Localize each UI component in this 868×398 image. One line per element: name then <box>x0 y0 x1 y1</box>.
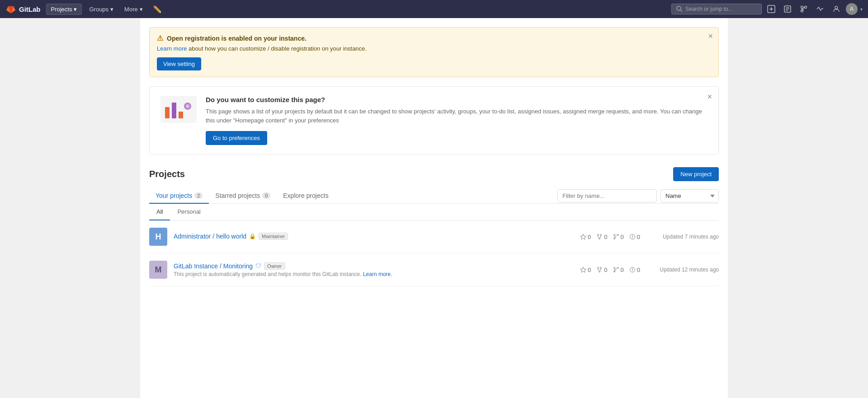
warning-banner-close-button[interactable]: × <box>708 32 713 40</box>
svg-point-9 <box>801 6 803 9</box>
plus-square-icon <box>767 5 775 13</box>
project-name-monitoring: GitLab Instance / Monitoring 🛡 Owner <box>174 262 574 270</box>
go-to-preferences-button[interactable]: Go to preferences <box>206 131 267 145</box>
svg-point-38 <box>613 267 615 269</box>
groups-nav-label: Groups <box>89 6 108 13</box>
starred-projects-tab-label: Starred projects <box>215 192 260 199</box>
project-stats-monitoring: 0 0 0 0 <box>580 267 640 273</box>
project-updated-monitoring: Updated 12 minutes ago <box>646 267 719 273</box>
learn-more-monitoring-link[interactable]: Learn more <box>363 271 391 277</box>
issues-icon-monitoring <box>629 267 636 273</box>
stars-stat-monitoring: 0 <box>580 267 591 273</box>
projects-section-title: Projects <box>149 169 185 179</box>
merge-requests-icon-button[interactable] <box>797 3 811 15</box>
project-desc-monitoring: This project is automatically generated … <box>174 271 574 277</box>
project-avatar-hello-world: H <box>149 228 167 246</box>
project-link-hello-world[interactable]: Administrator / hello world <box>174 233 246 240</box>
maintainer-badge: Maintainer <box>259 233 288 240</box>
warning-banner-text: Open registration is enabled on your ins… <box>167 35 307 42</box>
svg-point-34 <box>600 267 602 269</box>
more-chevron-icon: ▾ <box>140 6 143 13</box>
activity-icon <box>816 5 824 13</box>
search-placeholder: Search or jump to... <box>685 6 733 12</box>
navbar: GitLab Projects ▾ Groups ▾ More ▾ ✏️ Sea… <box>0 0 868 18</box>
tab-your-projects[interactable]: Your projects 2 <box>149 188 209 204</box>
warning-banner-body: Learn more about how you can customize /… <box>157 45 711 52</box>
owner-badge: Owner <box>264 262 285 270</box>
projects-sub-tabs: All Personal <box>149 204 719 220</box>
tab-starred-projects[interactable]: Starred projects 0 <box>209 188 277 204</box>
learn-more-link[interactable]: Learn more <box>157 45 187 52</box>
merge-request-icon <box>613 234 619 240</box>
customize-card-title: Do you want to customize this page? <box>206 96 708 103</box>
main-content: ⚠ Open registration is enabled on your i… <box>140 18 728 398</box>
groups-nav-button[interactable]: Groups ▾ <box>85 4 117 14</box>
chart-illustration-icon <box>163 98 194 121</box>
projects-section-header: Projects New project <box>149 167 719 181</box>
your-projects-tab-label: Your projects <box>156 192 192 199</box>
issues-icon-button[interactable] <box>781 3 794 15</box>
search-bar[interactable]: Search or jump to... <box>671 4 762 14</box>
tab-explore-projects[interactable]: Explore projects <box>277 188 335 204</box>
svg-rect-14 <box>165 107 170 118</box>
issues-stat-monitoring: 0 <box>629 267 640 273</box>
new-item-icon-button[interactable] <box>764 3 778 15</box>
svg-point-18 <box>186 104 189 108</box>
project-list: H Administrator / hello world 🔒 Maintain… <box>149 220 719 286</box>
mr-stat-monitoring: 0 <box>613 267 624 273</box>
dock-icon <box>783 5 792 13</box>
more-nav-button[interactable]: More ▾ <box>121 4 146 14</box>
star-icon <box>580 234 586 240</box>
new-project-button[interactable]: New project <box>673 167 719 181</box>
issues-stat: 0 <box>629 234 640 240</box>
customize-card-text: This page shows a list of your projects … <box>206 107 708 125</box>
forks-stat: 0 <box>596 234 607 240</box>
project-link-monitoring[interactable]: GitLab Instance / Monitoring <box>174 262 253 270</box>
brand-name: GitLab <box>19 5 41 13</box>
sub-tab-personal[interactable]: Personal <box>170 204 208 220</box>
your-projects-count-badge: 2 <box>194 192 203 199</box>
project-item-hello-world: H Administrator / hello world 🔒 Maintain… <box>149 220 719 253</box>
warning-banner: ⚠ Open registration is enabled on your i… <box>149 27 719 77</box>
star-icon-monitoring <box>580 267 586 273</box>
fork-icon <box>596 234 603 240</box>
activity-icon-button[interactable] <box>813 3 827 15</box>
sort-select[interactable]: Name Last created Oldest created Last up… <box>660 189 719 202</box>
svg-marker-19 <box>580 234 586 239</box>
customize-card: Do you want to customize this page? This… <box>149 86 719 155</box>
avatar-chevron-icon: ▾ <box>860 7 863 12</box>
issues-icon <box>629 234 636 240</box>
projects-tabs-bar: Your projects 2 Starred projects 0 Explo… <box>149 188 719 204</box>
svg-point-21 <box>600 234 602 236</box>
project-info-monitoring: GitLab Instance / Monitoring 🛡 Owner Thi… <box>174 262 574 277</box>
customize-card-close-button[interactable]: × <box>707 92 712 102</box>
warning-banner-title: ⚠ Open registration is enabled on your i… <box>157 34 711 42</box>
gitlab-logo-icon <box>5 4 16 14</box>
lock-icon: 🔒 <box>249 233 256 239</box>
pencil-icon: ✏️ <box>153 5 162 14</box>
view-setting-button[interactable]: View setting <box>157 57 201 70</box>
forks-stat-monitoring: 0 <box>596 267 607 273</box>
navbar-right: Search or jump to... A ▾ <box>671 3 863 15</box>
svg-point-31 <box>632 238 632 238</box>
projects-nav-button[interactable]: Projects ▾ <box>46 4 82 15</box>
svg-rect-16 <box>179 112 183 118</box>
project-name-hello-world: Administrator / hello world 🔒 Maintainer <box>174 233 574 240</box>
warning-triangle-icon: ⚠ <box>157 34 163 42</box>
project-avatar-monitoring: M <box>149 261 167 279</box>
fork-icon-monitoring <box>596 267 603 273</box>
sub-tab-all[interactable]: All <box>149 204 170 220</box>
edit-icon-button[interactable]: ✏️ <box>150 3 165 15</box>
filter-by-name-input[interactable] <box>557 189 657 202</box>
user-status-icon-button[interactable] <box>830 3 843 15</box>
merge-request-icon-monitoring <box>613 267 619 273</box>
warning-banner-suffix: about how you can customize / disable re… <box>189 45 367 52</box>
customize-card-content: Do you want to customize this page? This… <box>206 96 708 145</box>
user-avatar-button[interactable]: A <box>846 3 858 15</box>
svg-point-13 <box>835 6 838 9</box>
project-updated-hello-world: Updated 7 minutes ago <box>646 234 719 240</box>
shield-icon: 🛡 <box>255 262 261 269</box>
search-icon <box>676 6 683 12</box>
projects-nav-label: Projects <box>51 6 72 13</box>
svg-rect-15 <box>172 103 176 118</box>
